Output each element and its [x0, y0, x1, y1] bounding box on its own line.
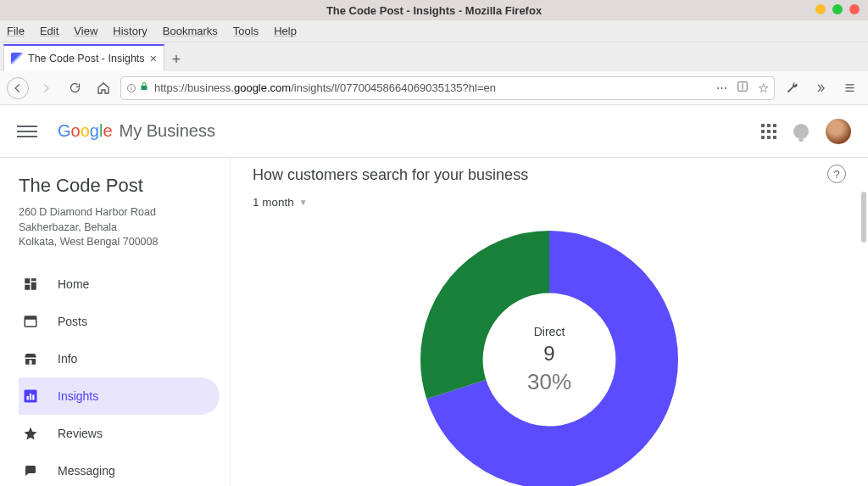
back-button[interactable] — [7, 77, 29, 99]
sidebar-item-reviews[interactable]: Reviews — [19, 415, 220, 452]
svg-rect-2 — [131, 86, 132, 87]
maximize-button[interactable] — [832, 4, 843, 14]
svg-rect-8 — [25, 284, 30, 289]
arrow-left-icon — [12, 82, 24, 94]
chat-icon — [22, 462, 39, 479]
svg-rect-1 — [131, 87, 132, 91]
lock-icon — [139, 81, 149, 94]
menu-help[interactable]: Help — [274, 25, 297, 37]
sidebar-item-info[interactable]: Info — [19, 340, 220, 377]
chevrons-right-icon — [815, 82, 826, 94]
reload-button[interactable] — [63, 76, 86, 100]
sidebar-item-label: Reviews — [58, 427, 103, 440]
addr-line-1: 260 D Diamond Harbor Road — [19, 205, 220, 221]
svg-rect-13 — [27, 396, 29, 400]
sidebar: The Code Post 260 D Diamond Harbor Road … — [0, 158, 231, 486]
url-scheme: https:// — [154, 81, 187, 94]
favicon-icon — [11, 53, 23, 64]
donut-chart: Direct 9 30% — [414, 224, 685, 486]
chart-container: Direct 9 30% — [253, 215, 846, 486]
minimize-button[interactable] — [815, 4, 826, 14]
reader-icon[interactable] — [736, 81, 749, 95]
menu-bookmarks[interactable]: Bookmarks — [163, 25, 218, 37]
wrench-icon — [786, 81, 798, 94]
browser-tab[interactable]: The Code Post - Insights × — [3, 44, 164, 71]
sidebar-item-label: Messaging — [58, 464, 115, 478]
menu-view[interactable]: View — [74, 25, 97, 37]
svg-rect-5 — [25, 278, 30, 283]
app-header: Google My Business — [0, 105, 868, 158]
sidebar-item-insights[interactable]: Insights — [19, 377, 220, 415]
sidebar-item-posts[interactable]: Posts — [19, 303, 220, 340]
period-selector[interactable]: 1 month ▼ — [253, 196, 846, 209]
svg-rect-7 — [31, 282, 36, 289]
addr-line-3: Kolkata, West Bengal 700008 — [19, 235, 220, 250]
app-body: The Code Post 260 D Diamond Harbor Road … — [0, 158, 868, 486]
arrow-right-icon — [40, 82, 52, 94]
browser-menubar: File Edit View History Bookmarks Tools H… — [0, 20, 868, 42]
menu-edit[interactable]: Edit — [40, 25, 58, 37]
menu-tools[interactable]: Tools — [233, 25, 259, 37]
window-title: The Code Post - Insights - Mozilla Firef… — [326, 4, 542, 17]
svg-rect-3 — [142, 86, 147, 90]
posts-icon — [22, 313, 39, 330]
app-menu-button[interactable] — [17, 126, 37, 137]
svg-rect-10 — [25, 316, 36, 320]
app-logo[interactable]: Google My Business — [58, 121, 215, 141]
home-button[interactable] — [92, 76, 115, 100]
tab-title: The Code Post - Insights — [28, 53, 145, 64]
home-icon — [97, 81, 110, 95]
donut-center-value: 9 — [543, 342, 554, 366]
url-sub: business. — [187, 81, 234, 94]
svg-rect-11 — [30, 360, 32, 364]
sidebar-item-label: Home — [58, 277, 89, 291]
storefront-icon — [22, 350, 39, 367]
window-controls — [815, 4, 860, 14]
product-name: My Business — [120, 121, 215, 141]
menu-button[interactable] — [837, 76, 861, 100]
svg-rect-15 — [32, 394, 34, 399]
donut-center-percent: 30% — [527, 369, 571, 395]
scrollbar-thumb[interactable] — [861, 192, 866, 243]
forward-button[interactable] — [34, 76, 58, 100]
svg-rect-6 — [31, 278, 36, 281]
url-domain: google.com — [234, 81, 291, 94]
apps-grid-icon[interactable] — [761, 124, 776, 139]
sidebar-item-home[interactable]: Home — [19, 265, 220, 303]
overflow-button[interactable] — [809, 76, 832, 100]
chevron-down-icon: ▼ — [299, 198, 308, 207]
browser-toolbar: https://business.google.com/insights/l/0… — [0, 71, 868, 105]
new-tab-button[interactable]: + — [164, 47, 188, 71]
url-bar[interactable]: https://business.google.com/insights/l/0… — [120, 76, 775, 100]
google-logo: Google — [58, 121, 113, 141]
svg-rect-14 — [30, 394, 31, 400]
hamburger-icon — [843, 81, 856, 94]
notifications-icon[interactable] — [793, 124, 809, 139]
site-identity[interactable] — [126, 81, 149, 94]
reload-icon — [69, 81, 81, 94]
donut-center: Direct 9 30% — [414, 224, 685, 486]
menu-file[interactable]: File — [7, 25, 25, 37]
help-icon[interactable]: ? — [827, 165, 846, 183]
section-title: How customers search for your business — [253, 166, 846, 184]
sidebar-item-messaging[interactable]: Messaging — [19, 452, 220, 487]
business-name: The Code Post — [19, 175, 220, 197]
menu-history[interactable]: History — [113, 25, 147, 37]
page-actions-icon[interactable]: ⋯ — [716, 81, 727, 94]
close-window-button[interactable] — [849, 4, 860, 14]
period-label: 1 month — [253, 196, 294, 209]
tabstrip: The Code Post - Insights × + — [0, 42, 868, 71]
info-icon — [126, 83, 136, 93]
avatar[interactable] — [826, 119, 851, 144]
url-text: https://business.google.com/insights/l/0… — [154, 81, 711, 94]
sidebar-item-label: Insights — [58, 389, 98, 403]
donut-center-label: Direct — [534, 325, 565, 338]
main-content: How customers search for your business ?… — [231, 158, 868, 486]
star-icon — [22, 425, 39, 442]
bookmark-star-icon[interactable]: ☆ — [758, 81, 769, 96]
os-titlebar: The Code Post - Insights - Mozilla Firef… — [0, 0, 868, 20]
close-tab-button[interactable]: × — [150, 52, 157, 65]
sidebar-item-label: Info — [58, 352, 77, 366]
url-path: /insights/l/07700458664069035135?hl=en — [291, 81, 496, 94]
devtools-button[interactable] — [780, 76, 804, 100]
